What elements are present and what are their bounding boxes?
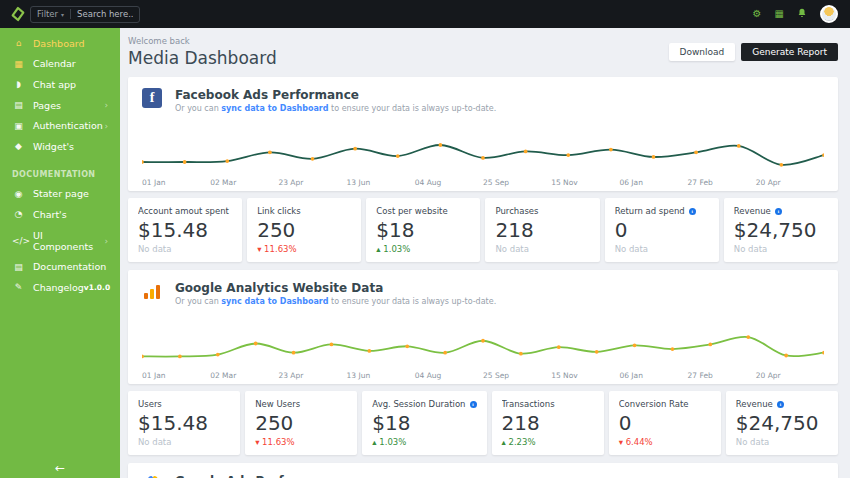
data-point-marker[interactable] (292, 351, 296, 355)
sidebar-item-pages[interactable]: ▤Pages› (0, 95, 120, 116)
stat-value: 0 (615, 218, 709, 242)
data-point-marker[interactable] (216, 353, 220, 357)
data-point-marker[interactable] (268, 150, 272, 154)
version-badge: v1.0.0 (84, 283, 110, 292)
sidebar-item-label: UI Components (33, 230, 104, 252)
lock-icon: ▣ (12, 121, 25, 131)
sidebar-doc-nav: ◉Stater page◔Chart's</>UI Components›▤Do… (0, 184, 120, 298)
data-point-marker[interactable] (519, 352, 523, 356)
data-point-marker[interactable] (595, 350, 599, 354)
data-point-marker[interactable] (557, 345, 561, 349)
grid-icon[interactable]: ▦ (775, 9, 784, 19)
chart-line (142, 145, 824, 165)
data-point-marker[interactable] (142, 160, 144, 164)
data-point-marker[interactable] (780, 163, 784, 167)
sidebar-item-ui-components[interactable]: </>UI Components› (0, 225, 120, 257)
sidebar-item-label: Chat app (33, 79, 76, 90)
stat-label: Revenuei (736, 399, 828, 409)
code-icon: </> (12, 236, 25, 246)
sidebar-item-changelog[interactable]: ✎Changelogv1.0.0 (0, 277, 120, 298)
analytics-chart (128, 308, 838, 366)
data-point-marker[interactable] (524, 150, 528, 154)
bell-icon[interactable] (797, 8, 807, 20)
stat-label: Account amout spent (138, 206, 232, 216)
analytics-line-chart[interactable] (142, 310, 824, 366)
x-axis-label: 01 Jan (142, 178, 166, 187)
search-input[interactable] (77, 9, 133, 19)
filter-dropdown[interactable]: Filter ▾ (37, 9, 64, 19)
sidebar-item-stater-page[interactable]: ◉Stater page (0, 184, 120, 205)
data-point-marker[interactable] (746, 335, 750, 339)
pencil-icon: ✎ (12, 282, 25, 292)
x-axis-label: 06 Jan (619, 371, 643, 380)
data-point-marker[interactable] (737, 144, 741, 148)
stat-label: Conversion Rate (619, 399, 711, 409)
data-point-marker[interactable] (708, 343, 712, 347)
info-icon[interactable]: i (689, 208, 696, 215)
data-point-marker[interactable] (784, 354, 788, 358)
sidebar-item-authentication[interactable]: ▣Authentication› (0, 115, 120, 136)
google-ads-card: Google Ads Performance Or you can sync d… (128, 463, 838, 478)
sidebar-section-label: DOCUMENTATION (0, 157, 120, 184)
file-icon: ▤ (12, 262, 25, 272)
stat-value: 0 (619, 411, 711, 435)
data-point-marker[interactable] (566, 153, 570, 157)
stat-tile-cost-per-website: Cost per website$18▴ 1.03% (366, 198, 480, 262)
stat-label: Return ad spendi (615, 206, 709, 216)
data-point-marker[interactable] (183, 160, 187, 164)
info-icon[interactable]: i (777, 401, 784, 408)
data-point-marker[interactable] (353, 147, 357, 151)
data-point-marker[interactable] (178, 355, 182, 359)
data-point-marker[interactable] (652, 155, 656, 159)
sidebar-item-chat-app[interactable]: ◗Chat app (0, 74, 120, 95)
sync-data-link[interactable]: sync data to Dashboard (221, 297, 328, 306)
sidebar-item-documentation[interactable]: ▤Documentation (0, 256, 120, 277)
stat-delta: No data (734, 244, 828, 254)
data-point-marker[interactable] (367, 349, 371, 353)
facebook-chart (128, 115, 838, 173)
data-point-marker[interactable] (633, 343, 637, 347)
facebook-chart-x-axis: 01 Jan02 Mar23 Apr13 Jun04 Aug25 Sep15 N… (142, 178, 824, 191)
gear-icon[interactable]: ⚙ (753, 9, 762, 19)
sidebar-item-chart-s[interactable]: ◔Chart's (0, 204, 120, 225)
section-title-google-ads: Google Ads Performance (175, 474, 496, 478)
stat-tile-conversion-rate: Conversion Rate0▾ 6.44% (609, 391, 721, 455)
data-point-marker[interactable] (481, 339, 485, 343)
sidebar-item-label: Authentication (33, 120, 103, 131)
data-point-marker[interactable] (405, 344, 409, 348)
data-point-marker[interactable] (443, 351, 447, 355)
download-button[interactable]: Download (669, 43, 736, 61)
google-ads-icon (142, 474, 162, 478)
data-point-marker[interactable] (311, 157, 315, 161)
stat-value: $18 (376, 218, 470, 242)
sidebar-item-calendar[interactable]: ▦Calendar (0, 54, 120, 75)
data-point-marker[interactable] (671, 347, 675, 351)
section-title-facebook: Facebook Ads Performance (175, 88, 496, 102)
sync-data-link[interactable]: sync data to Dashboard (221, 104, 328, 113)
info-icon[interactable]: i (470, 401, 477, 408)
sidebar-item-widget-s[interactable]: ◆Widget's (0, 136, 120, 157)
user-avatar[interactable] (820, 5, 838, 23)
data-point-marker[interactable] (439, 143, 443, 147)
data-point-marker[interactable] (822, 351, 824, 355)
data-point-marker[interactable] (225, 159, 229, 163)
generate-report-button[interactable]: Generate Report (741, 43, 838, 61)
data-point-marker[interactable] (609, 148, 613, 152)
x-axis-label: 20 Apr (756, 178, 781, 187)
sidebar-nav: ⌂Dashboard▦Calendar◗Chat app▤Pages›▣Auth… (0, 33, 120, 157)
data-point-marker[interactable] (254, 342, 258, 346)
data-point-marker[interactable] (694, 150, 698, 154)
data-point-marker[interactable] (396, 154, 400, 158)
facebook-line-chart[interactable] (142, 117, 824, 173)
info-icon[interactable]: i (775, 208, 782, 215)
app-logo[interactable] (0, 6, 28, 22)
section-subtitle: Or you can sync data to Dashboard to ens… (175, 104, 496, 113)
facebook-stats-row: Account amout spent$15.48No dataLink cli… (128, 198, 838, 262)
data-point-marker[interactable] (481, 156, 485, 160)
sidebar-collapse-button[interactable]: ← (0, 461, 120, 475)
data-point-marker[interactable] (142, 355, 144, 359)
data-point-marker[interactable] (330, 343, 334, 347)
sidebar-item-dashboard[interactable]: ⌂Dashboard (0, 33, 120, 54)
x-axis-label: 13 Jun (347, 178, 371, 187)
google-analytics-card: Google Analytics Website Data Or you can… (128, 270, 838, 384)
